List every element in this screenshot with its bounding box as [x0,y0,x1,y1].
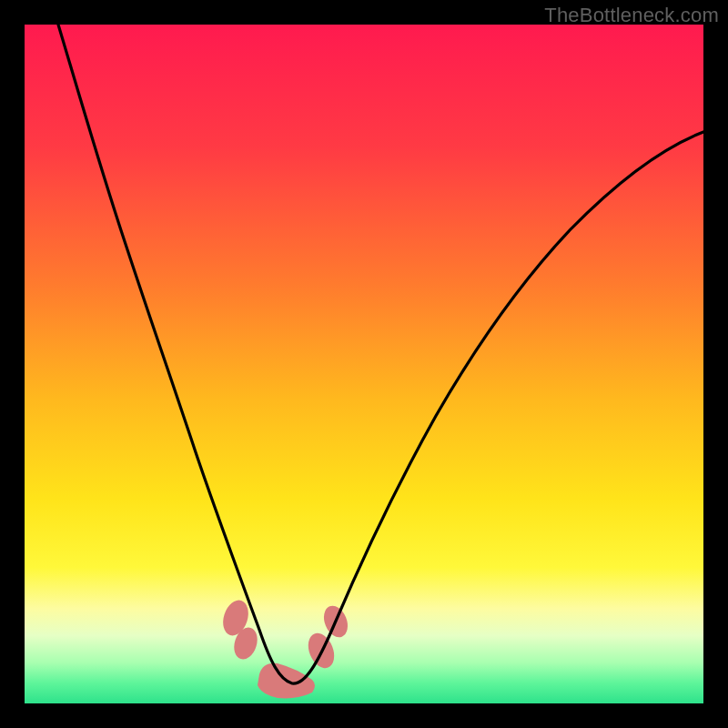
highlight-marker-valley [218,597,351,698]
plot-area [25,25,703,703]
bottleneck-curve [58,25,703,683]
chart-frame: TheBottleneck.com [0,0,728,728]
watermark-text: TheBottleneck.com [544,4,719,27]
chart-overlay [25,25,703,703]
